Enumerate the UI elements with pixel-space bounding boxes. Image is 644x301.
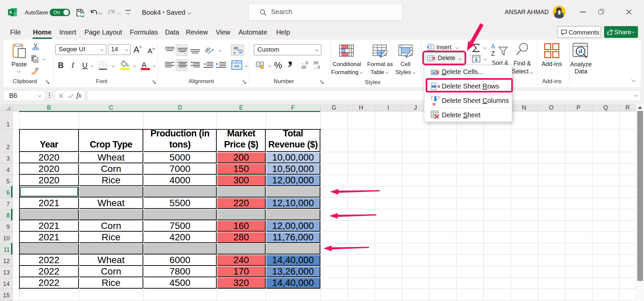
svg-text:X: X — [9, 10, 12, 15]
